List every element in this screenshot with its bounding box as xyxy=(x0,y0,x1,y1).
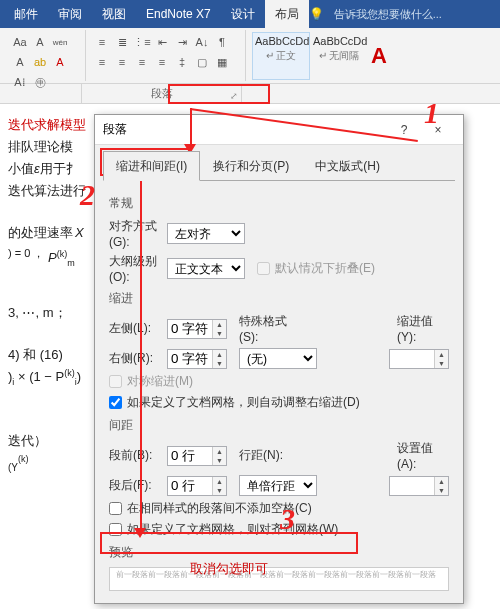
menu-layout[interactable]: 布局 xyxy=(265,0,309,28)
doc-text: 迭代） xyxy=(8,433,47,448)
indent-val-label: 缩进值(Y): xyxy=(397,313,449,344)
ribbon-footer: 段落 ⤢ xyxy=(0,84,500,104)
alignment-select[interactable]: 左对齐 xyxy=(167,223,245,244)
dialog-body: 常规 对齐方式(G): 左对齐 大纲级别(O): 正文文本 默认情况下折叠(E)… xyxy=(95,181,463,599)
section-general-label: 常规 xyxy=(109,195,449,212)
menu-bar: 邮件 审阅 视图 EndNote X7 设计 布局 💡 告诉我您想要做什么... xyxy=(0,0,500,28)
spin-down-icon[interactable]: ▼ xyxy=(213,359,226,368)
right-indent-input[interactable] xyxy=(168,350,212,368)
sort-icon[interactable]: A↓ xyxy=(193,33,211,51)
spin-down-icon[interactable]: ▼ xyxy=(213,456,226,465)
style-normal[interactable]: AaBbCcDd ↵ 正文 xyxy=(252,32,310,80)
spin-up-icon[interactable]: ▲ xyxy=(435,350,448,359)
spin-up-icon[interactable]: ▲ xyxy=(213,320,226,329)
menu-endnote[interactable]: EndNote X7 xyxy=(136,0,221,28)
doc-text: (k) xyxy=(64,368,75,378)
doc-text: ) = 0 ， xyxy=(8,247,44,259)
mirror-indent-input xyxy=(109,375,122,388)
auto-adjust-indent-label: 如果定义了文档网格，则自动调整右缩进(D) xyxy=(127,394,360,411)
tab-asian-typography[interactable]: 中文版式(H) xyxy=(302,151,393,181)
align-left-icon[interactable]: ≡ xyxy=(93,53,111,71)
paragraph-label: 段落 xyxy=(151,87,173,99)
doc-text: P xyxy=(48,251,57,266)
special-label: 特殊格式(S): xyxy=(239,313,301,344)
spin-down-icon[interactable]: ▼ xyxy=(213,486,226,495)
mirror-indent-checkbox: 对称缩进(M) xyxy=(109,373,449,390)
tab-indent-spacing[interactable]: 缩进和间距(I) xyxy=(103,151,200,181)
font-btn-b[interactable]: A xyxy=(31,33,49,51)
set-value-input[interactable] xyxy=(390,477,434,495)
space-after-input[interactable] xyxy=(168,477,212,495)
snap-to-grid-input[interactable] xyxy=(109,523,122,536)
auto-adjust-indent-input[interactable] xyxy=(109,396,122,409)
special-select[interactable]: (无) xyxy=(239,348,317,369)
doc-text: 的处理速率 xyxy=(8,225,73,240)
paragraph-dialog: 段落 ? × 缩进和间距(I) 换行和分页(P) 中文版式(H) 常规 对齐方式… xyxy=(94,114,464,604)
style-name: ↵ 无间隔 xyxy=(313,49,365,63)
dialog-tabs: 缩进和间距(I) 换行和分页(P) 中文版式(H) xyxy=(95,145,463,181)
borders-icon[interactable]: ▦ xyxy=(213,53,231,71)
spin-up-icon[interactable]: ▲ xyxy=(213,447,226,456)
left-indent-spinner[interactable]: ▲▼ xyxy=(167,319,227,339)
menu-view[interactable]: 视图 xyxy=(92,0,136,28)
spin-up-icon[interactable]: ▲ xyxy=(213,477,226,486)
preview-box: 前一段落前一段落前一段落前一段落前一段落前一段落前一段落前一段落前一段落前一段落 xyxy=(109,567,449,591)
no-space-same-style-label: 在相同样式的段落间不添加空格(C) xyxy=(127,500,312,517)
numbering-icon[interactable]: ≣ xyxy=(113,33,131,51)
line-spacing-icon[interactable]: ‡ xyxy=(173,53,191,71)
indent-val-spinner[interactable]: ▲▼ xyxy=(389,349,449,369)
align-right-icon[interactable]: ≡ xyxy=(133,53,151,71)
line-spacing-select[interactable]: 单倍行距 xyxy=(239,475,317,496)
spin-down-icon[interactable]: ▼ xyxy=(435,359,448,368)
menu-review[interactable]: 审阅 xyxy=(48,0,92,28)
shading-icon[interactable]: ▢ xyxy=(193,53,211,71)
space-before-input[interactable] xyxy=(168,447,212,465)
multilevel-icon[interactable]: ⋮≡ xyxy=(133,33,151,51)
no-space-same-style-input[interactable] xyxy=(109,502,122,515)
doc-text: 排队理论模 xyxy=(8,139,73,154)
indent-dec-icon[interactable]: ⇤ xyxy=(153,33,171,51)
bullets-icon[interactable]: ≡ xyxy=(93,33,111,51)
indent-val-input[interactable] xyxy=(390,350,434,368)
space-before-spinner[interactable]: ▲▼ xyxy=(167,446,227,466)
snap-to-grid-label: 如果定义了文档网格，则对齐到网格(W) xyxy=(127,521,338,538)
font-color-icon[interactable]: A xyxy=(51,53,69,71)
tell-me-input[interactable]: 告诉我您想要做什么... xyxy=(334,7,442,22)
dialog-launcher-icon[interactable]: ⤢ xyxy=(230,91,238,101)
font-btn-a[interactable]: Aa xyxy=(11,33,29,51)
set-value-label: 设置值(A): xyxy=(397,440,449,471)
tab-line-page-breaks[interactable]: 换行和分页(P) xyxy=(200,151,302,181)
doc-text: 3, ⋯, m； xyxy=(8,305,67,320)
set-value-spinner[interactable]: ▲▼ xyxy=(389,476,449,496)
char-border-icon[interactable]: A xyxy=(11,53,29,71)
show-marks-icon[interactable]: ¶ xyxy=(213,33,231,51)
no-space-same-style-checkbox[interactable]: 在相同样式的段落间不添加空格(C) xyxy=(109,500,449,517)
collapse-checkbox-label: 默认情况下折叠(E) xyxy=(275,260,375,277)
doc-text: (k) xyxy=(18,454,29,464)
help-button[interactable]: ? xyxy=(387,118,421,142)
phonetic-icon[interactable]: wén xyxy=(51,33,69,51)
outline-select[interactable]: 正文文本 xyxy=(167,258,245,279)
dialog-titlebar: 段落 ? × xyxy=(95,115,463,145)
spin-down-icon[interactable]: ▼ xyxy=(435,486,448,495)
highlight-icon[interactable]: ab xyxy=(31,53,49,71)
spin-up-icon[interactable]: ▲ xyxy=(435,477,448,486)
spin-down-icon[interactable]: ▼ xyxy=(213,329,226,338)
menu-mail[interactable]: 邮件 xyxy=(4,0,48,28)
auto-adjust-indent-checkbox[interactable]: 如果定义了文档网格，则自动调整右缩进(D) xyxy=(109,394,449,411)
space-after-spinner[interactable]: ▲▼ xyxy=(167,476,227,496)
menu-design[interactable]: 设计 xyxy=(221,0,265,28)
spin-up-icon[interactable]: ▲ xyxy=(213,350,226,359)
close-button[interactable]: × xyxy=(421,118,455,142)
ribbon-group-label-paragraph: 段落 ⤢ xyxy=(82,84,242,103)
style-preview: AaBbCcDd xyxy=(313,35,365,47)
align-center-icon[interactable]: ≡ xyxy=(113,53,131,71)
right-indent-spinner[interactable]: ▲▼ xyxy=(167,349,227,369)
indent-inc-icon[interactable]: ⇥ xyxy=(173,33,191,51)
alignment-label: 对齐方式(G): xyxy=(109,218,167,249)
style-nospacing[interactable]: AaBbCcDd ↵ 无间隔 xyxy=(310,32,368,80)
left-indent-input[interactable] xyxy=(168,320,212,338)
align-justify-icon[interactable]: ≡ xyxy=(153,53,171,71)
left-indent-label: 左侧(L): xyxy=(109,320,167,337)
snap-to-grid-checkbox[interactable]: 如果定义了文档网格，则对齐到网格(W) xyxy=(109,521,449,538)
